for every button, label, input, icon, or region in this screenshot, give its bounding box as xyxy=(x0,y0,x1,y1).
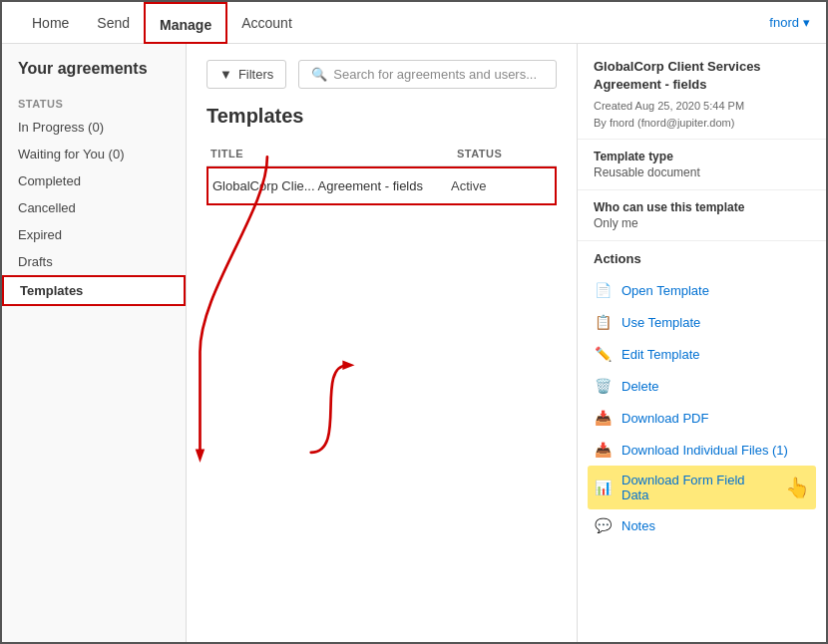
template-type-section: Template type Reusable document xyxy=(578,140,826,190)
user-dropdown-icon[interactable]: ▾ xyxy=(803,15,810,30)
action-edit-template-label: Edit Template xyxy=(621,347,700,362)
edit-template-icon: ✏️ xyxy=(594,345,612,363)
open-template-icon: 📄 xyxy=(594,281,612,299)
page-heading: Templates xyxy=(207,105,557,128)
action-delete[interactable]: 🗑️ Delete xyxy=(594,370,810,402)
sidebar-item-cancelled[interactable]: Cancelled xyxy=(2,194,186,221)
who-can-use-label: Who can use this template xyxy=(594,200,810,214)
username: fnord xyxy=(769,15,799,30)
download-form-data-icon: 📊 xyxy=(594,479,612,496)
nav-send[interactable]: Send xyxy=(83,2,144,44)
action-download-form-data[interactable]: 📊 Download Form Field Data 👆 xyxy=(588,466,816,509)
sidebar: Your agreements STATUS In Progress (0) W… xyxy=(2,44,187,644)
row-title: GlobalCorp Clie... Agreement - fields xyxy=(212,178,451,193)
user-menu[interactable]: fnord ▾ xyxy=(769,15,810,30)
table-row[interactable]: GlobalCorp Clie... Agreement - fields Ac… xyxy=(207,166,557,205)
template-type-label: Template type xyxy=(594,150,810,163)
sidebar-title: Your agreements xyxy=(2,60,186,90)
action-download-individual-label: Download Individual Files (1) xyxy=(621,443,788,458)
right-panel: GlobalCorp Client Services Agreement - f… xyxy=(577,44,826,644)
action-download-individual[interactable]: 📥 Download Individual Files (1) xyxy=(594,434,810,466)
action-open-template[interactable]: 📄 Open Template xyxy=(594,274,810,306)
filter-icon: ▼ xyxy=(219,67,232,82)
sidebar-item-in-progress[interactable]: In Progress (0) xyxy=(2,114,186,141)
notes-icon: 💬 xyxy=(594,516,612,534)
search-icon: 🔍 xyxy=(311,67,327,82)
content-area: ▼ Filters 🔍 Search for agreements and us… xyxy=(187,44,577,644)
nav-manage[interactable]: Manage xyxy=(144,2,227,44)
action-use-template[interactable]: 📋 Use Template xyxy=(594,306,810,338)
sidebar-item-drafts[interactable]: Drafts xyxy=(2,248,186,275)
download-individual-icon: 📥 xyxy=(594,441,612,459)
who-can-use-value: Only me xyxy=(594,216,810,230)
action-download-form-data-label: Download Form Field Data xyxy=(621,473,773,502)
who-can-use-section: Who can use this template Only me xyxy=(578,190,826,241)
col-header-title: TITLE xyxy=(207,148,457,160)
action-download-pdf[interactable]: 📥 Download PDF xyxy=(594,402,810,434)
filter-label: Filters xyxy=(238,67,273,82)
action-notes-label: Notes xyxy=(621,518,655,533)
action-edit-template[interactable]: ✏️ Edit Template xyxy=(594,338,810,370)
sidebar-item-waiting[interactable]: Waiting for You (0) xyxy=(2,141,186,167)
use-template-icon: 📋 xyxy=(594,313,612,331)
top-navigation: Home Send Manage Account fnord ▾ xyxy=(2,2,826,44)
filter-button[interactable]: ▼ Filters xyxy=(207,60,286,89)
action-notes[interactable]: 💬 Notes xyxy=(594,509,810,541)
action-download-pdf-label: Download PDF xyxy=(621,411,708,426)
sidebar-item-templates[interactable]: Templates xyxy=(2,275,186,306)
search-placeholder: Search for agreements and users... xyxy=(333,67,537,82)
download-pdf-icon: 📥 xyxy=(594,409,612,427)
cursor-hand-icon: 👆 xyxy=(785,476,810,499)
table-header: TITLE STATUS xyxy=(207,142,557,166)
search-box[interactable]: 🔍 Search for agreements and users... xyxy=(298,60,557,89)
sidebar-item-completed[interactable]: Completed xyxy=(2,167,186,194)
action-open-template-label: Open Template xyxy=(621,283,709,298)
delete-icon: 🗑️ xyxy=(594,377,612,395)
action-use-template-label: Use Template xyxy=(621,315,700,330)
template-type-value: Reusable document xyxy=(594,165,810,179)
row-status: Active xyxy=(451,178,551,193)
right-panel-header: GlobalCorp Client Services Agreement - f… xyxy=(578,44,826,140)
main-layout: Your agreements STATUS In Progress (0) W… xyxy=(2,44,826,644)
nav-account[interactable]: Account xyxy=(227,2,306,44)
nav-home[interactable]: Home xyxy=(18,2,83,44)
right-panel-by: By fnord (fnord@jupiter.dom) xyxy=(594,115,810,132)
right-panel-created: Created Aug 25, 2020 5:44 PM xyxy=(594,98,810,115)
col-header-status: STATUS xyxy=(457,148,557,160)
sidebar-item-expired[interactable]: Expired xyxy=(2,221,186,248)
actions-title: Actions xyxy=(594,251,810,266)
right-panel-title: GlobalCorp Client Services Agreement - f… xyxy=(594,58,810,94)
content-toolbar: ▼ Filters 🔍 Search for agreements and us… xyxy=(207,60,557,89)
sidebar-status-label: STATUS xyxy=(2,90,186,114)
actions-section: Actions 📄 Open Template 📋 Use Template ✏… xyxy=(578,241,826,551)
action-delete-label: Delete xyxy=(621,379,659,394)
